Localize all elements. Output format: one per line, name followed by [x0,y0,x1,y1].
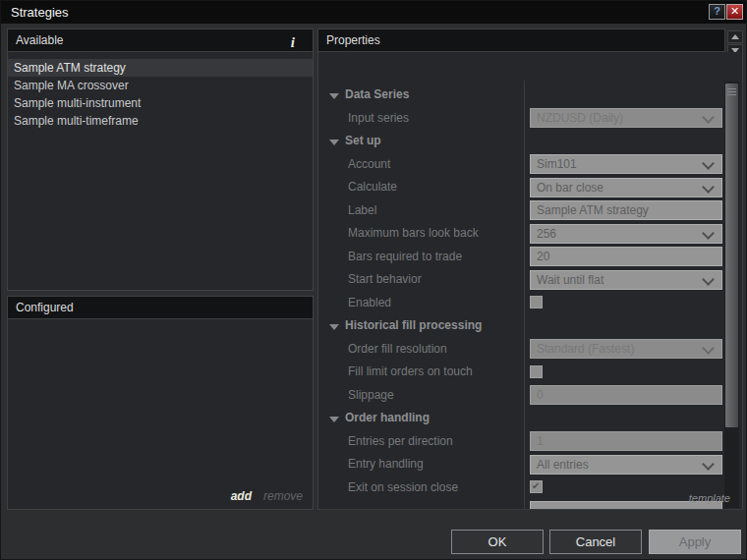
property-grid-box: Data SeriesInput seriesNZDUSD (Daily)Set… [319,81,743,510]
property-row: Entries per direction1 [319,430,723,454]
ok-button[interactable]: OK [451,530,544,554]
available-header: Available i [7,28,314,52]
strategies-dialog: Strategies ? ✕ Available i Sample ATM st… [0,0,747,560]
property-row: AccountSim101 [319,153,723,177]
info-icon[interactable]: i [291,31,295,53]
dropdown[interactable]: On bar close [530,178,722,197]
text-input[interactable]: 1 [530,431,722,451]
help-button[interactable]: ? [709,4,725,20]
property-editor: 20 [530,247,722,266]
scrollbar[interactable] [724,82,739,508]
property-category[interactable]: Historical fill processing [319,314,723,338]
field-value: All entries [537,458,589,472]
properties-panel: Properties Data SeriesInput seriesNZDUSD… [317,28,743,510]
add-link[interactable]: add [231,489,252,503]
property-row: Fill limit orders on touch [319,361,723,384]
available-header-label: Available [16,33,63,47]
dropdown[interactable]: Standard (Fastest) [530,339,722,359]
configured-actions: addremove [231,489,303,503]
property-category[interactable]: Order handling [319,407,723,430]
property-editor: 256 [530,224,722,244]
property-editor [530,363,722,382]
list-item[interactable]: Sample ATM strategy [8,59,313,77]
property-row: Exit on session close [319,476,723,500]
chevron-down-icon [702,157,715,170]
checkbox[interactable] [530,296,543,308]
template-link[interactable]: template [689,492,730,504]
chevron-down-icon [702,111,715,124]
field-value: Sample ATM strategy [537,203,649,217]
dropdown[interactable]: 256 [530,224,722,244]
property-editor: Sample ATM strategy [530,200,722,220]
configured-list[interactable]: addremove [7,319,314,510]
dropdown[interactable]: All entries [530,455,722,475]
field-value: On bar close [537,181,603,195]
property-editor: 0 [530,385,722,405]
dropdown[interactable]: Sim101 [530,154,722,174]
property-editor: Standard (Fastest) [530,339,722,359]
property-grid: Data SeriesInput seriesNZDUSD (Daily)Set… [319,81,723,509]
collapse-triangle-icon [329,417,339,422]
category-label: Set up [319,130,723,153]
property-row-clipped [319,499,723,509]
list-item[interactable]: Sample multi-timeframe [8,112,313,130]
checkbox[interactable] [530,480,543,493]
category-label: Historical fill processing [319,314,723,338]
property-row: Entry handlingAll entries [319,453,723,476]
property-category[interactable]: Data Series [319,84,723,107]
properties-body: Data SeriesInput seriesNZDUSD (Daily)Set… [317,52,743,510]
property-editor: All entries [530,455,722,475]
property-editor: 1 [530,431,722,451]
list-item[interactable]: Sample MA crossover [8,77,313,94]
property-row: Slippage0 [319,384,723,408]
category-label: Data Series [319,84,723,107]
chevron-down-icon [702,181,715,194]
available-panel: Available i Sample ATM strategySample MA… [7,28,314,291]
property-category[interactable]: Set up [319,130,723,153]
dropdown[interactable]: Wait until flat [530,270,722,290]
configured-panel: Configured addremove [7,296,314,510]
field-value: NZDUSD (Daily) [537,111,623,125]
category-label: Order handling [319,407,723,430]
property-row: CalculateOn bar close [319,176,723,199]
chevron-down-icon [702,273,715,286]
chevron-down-icon [702,227,715,240]
list-item[interactable]: Sample multi-instrument [8,94,313,112]
configured-header-label: Configured [16,301,74,314]
collapse-triangle-icon [329,93,339,99]
chevron-down-icon [702,342,715,355]
scrollbar-thumb[interactable] [725,84,738,427]
dropdown[interactable]: NZDUSD (Daily) [530,108,722,128]
chevron-down-icon [702,458,715,471]
field-value: 0 [537,388,544,402]
close-icon[interactable]: ✕ [726,4,743,20]
window-title: Strategies [11,5,69,20]
properties-header: Properties [317,28,725,52]
configured-header: Configured [7,296,314,319]
field-value: Sim101 [537,157,577,171]
collapse-triangle-icon [329,140,339,145]
field-value: Standard (Fastest) [537,342,634,356]
property-row: Start behaviorWait until flat [319,268,723,292]
text-input[interactable]: 0 [530,385,722,405]
property-editor [530,293,722,312]
property-editor: NZDUSD (Daily) [530,108,722,128]
property-row: Order fill resolutionStandard (Fastest) [319,338,723,362]
field-value: Wait until flat [537,273,603,287]
text-input[interactable]: Sample ATM strategy [530,200,722,220]
scroll-up-icon[interactable] [727,30,743,43]
property-editor: On bar close [530,178,722,197]
remove-link[interactable]: remove [263,489,303,503]
cancel-button[interactable]: Cancel [549,530,642,554]
property-editor: Wait until flat [530,270,722,290]
title-bar[interactable]: Strategies ? ✕ [1,1,746,24]
property-row: Enabled [319,292,723,315]
field-value: 256 [537,227,556,241]
apply-button[interactable]: Apply [649,530,741,554]
text-input[interactable]: 20 [530,247,722,266]
property-row: LabelSample ATM strategy [319,199,723,223]
property-row: Maximum bars look back256 [319,222,723,246]
checkbox[interactable] [530,365,543,378]
property-editor: Sim101 [530,154,722,174]
available-list[interactable]: Sample ATM strategySample MA crossoverSa… [7,52,314,291]
